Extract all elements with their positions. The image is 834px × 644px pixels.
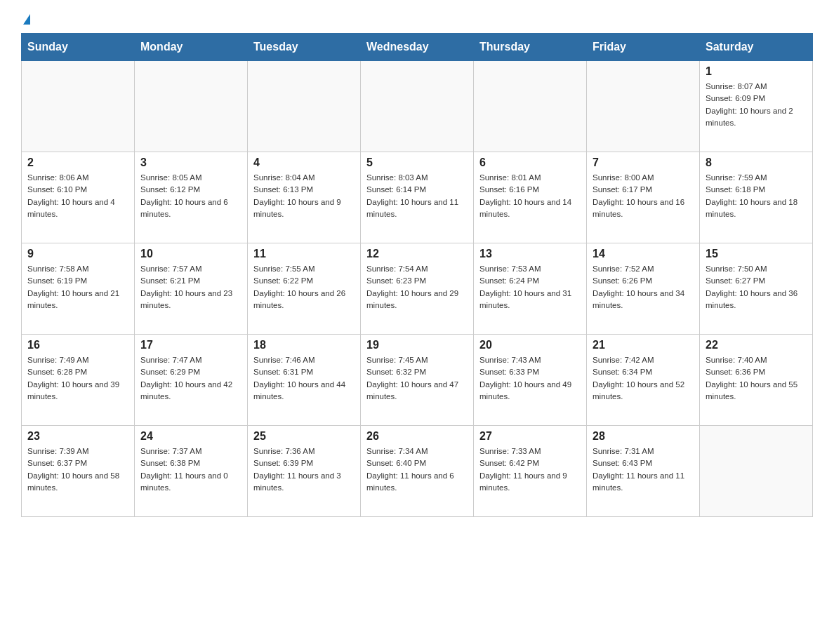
calendar-cell: 28Sunrise: 7:31 AMSunset: 6:43 PMDayligh… [587,426,700,517]
calendar-table: SundayMondayTuesdayWednesdayThursdayFrid… [21,33,813,517]
calendar-cell: 18Sunrise: 7:46 AMSunset: 6:31 PMDayligh… [248,335,361,426]
calendar-cell: 17Sunrise: 7:47 AMSunset: 6:29 PMDayligh… [135,335,248,426]
day-info: Sunrise: 7:34 AMSunset: 6:40 PMDaylight:… [366,445,468,494]
calendar-cell: 6Sunrise: 8:01 AMSunset: 6:16 PMDaylight… [474,152,587,243]
day-number: 8 [706,156,807,169]
calendar-cell: 15Sunrise: 7:50 AMSunset: 6:27 PMDayligh… [700,243,813,335]
page-header [21,14,813,26]
day-number: 26 [366,430,468,443]
day-info: Sunrise: 7:42 AMSunset: 6:34 PMDaylight:… [593,354,694,403]
calendar-week-row-3: 9Sunrise: 7:58 AMSunset: 6:19 PMDaylight… [22,243,813,335]
day-number: 7 [593,156,694,169]
weekday-header-saturday: Saturday [700,34,813,61]
day-number: 11 [253,248,355,260]
day-info: Sunrise: 8:01 AMSunset: 6:16 PMDaylight:… [479,172,581,220]
day-info: Sunrise: 7:46 AMSunset: 6:31 PMDaylight:… [253,354,355,403]
day-info: Sunrise: 8:00 AMSunset: 6:17 PMDaylight:… [593,172,694,220]
day-info: Sunrise: 7:49 AMSunset: 6:28 PMDaylight:… [27,354,128,403]
calendar-cell: 8Sunrise: 7:59 AMSunset: 6:18 PMDaylight… [700,152,813,243]
day-info: Sunrise: 7:45 AMSunset: 6:32 PMDaylight:… [366,354,468,403]
calendar-cell: 11Sunrise: 7:55 AMSunset: 6:22 PMDayligh… [248,243,361,335]
calendar-cell: 9Sunrise: 7:58 AMSunset: 6:19 PMDaylight… [22,243,135,335]
calendar-cell: 25Sunrise: 7:36 AMSunset: 6:39 PMDayligh… [248,426,361,517]
calendar-week-row-1: 1Sunrise: 8:07 AMSunset: 6:09 PMDaylight… [22,61,813,152]
logo [21,14,30,26]
day-number: 4 [253,156,355,169]
calendar-cell [587,61,700,152]
day-number: 14 [593,248,694,260]
day-info: Sunrise: 7:53 AMSunset: 6:24 PMDaylight:… [479,263,581,311]
day-info: Sunrise: 8:07 AMSunset: 6:09 PMDaylight:… [706,81,807,129]
calendar-cell [22,61,135,152]
calendar-week-row-4: 16Sunrise: 7:49 AMSunset: 6:28 PMDayligh… [22,335,813,426]
day-number: 15 [706,248,807,260]
calendar-week-row-5: 23Sunrise: 7:39 AMSunset: 6:37 PMDayligh… [22,426,813,517]
day-number: 16 [27,339,128,351]
calendar-cell [700,426,813,517]
day-info: Sunrise: 7:57 AMSunset: 6:21 PMDaylight:… [140,263,241,311]
day-number: 9 [27,248,128,260]
day-info: Sunrise: 7:47 AMSunset: 6:29 PMDaylight:… [140,354,241,403]
calendar-cell [248,61,361,152]
day-number: 17 [140,339,241,351]
calendar-week-row-2: 2Sunrise: 8:06 AMSunset: 6:10 PMDaylight… [22,152,813,243]
day-number: 28 [593,430,694,443]
calendar-cell: 5Sunrise: 8:03 AMSunset: 6:14 PMDaylight… [361,152,474,243]
calendar-cell: 20Sunrise: 7:43 AMSunset: 6:33 PMDayligh… [474,335,587,426]
day-number: 23 [27,430,128,443]
calendar-cell: 14Sunrise: 7:52 AMSunset: 6:26 PMDayligh… [587,243,700,335]
calendar-cell [361,61,474,152]
weekday-header-sunday: Sunday [22,34,135,61]
day-number: 10 [140,248,241,260]
day-info: Sunrise: 7:37 AMSunset: 6:38 PMDaylight:… [140,445,241,494]
day-info: Sunrise: 8:04 AMSunset: 6:13 PMDaylight:… [253,172,355,220]
calendar-cell: 21Sunrise: 7:42 AMSunset: 6:34 PMDayligh… [587,335,700,426]
day-info: Sunrise: 8:03 AMSunset: 6:14 PMDaylight:… [366,172,468,220]
day-number: 18 [253,339,355,351]
day-number: 24 [140,430,241,443]
day-number: 6 [479,156,581,169]
day-info: Sunrise: 7:31 AMSunset: 6:43 PMDaylight:… [593,445,694,494]
day-info: Sunrise: 8:05 AMSunset: 6:12 PMDaylight:… [140,172,241,220]
day-number: 5 [366,156,468,169]
day-info: Sunrise: 7:55 AMSunset: 6:22 PMDaylight:… [253,263,355,311]
calendar-cell: 7Sunrise: 8:00 AMSunset: 6:17 PMDaylight… [587,152,700,243]
day-info: Sunrise: 7:54 AMSunset: 6:23 PMDaylight:… [366,263,468,311]
weekday-header-monday: Monday [135,34,248,61]
day-number: 3 [140,156,241,169]
calendar-cell: 10Sunrise: 7:57 AMSunset: 6:21 PMDayligh… [135,243,248,335]
calendar-cell: 4Sunrise: 8:04 AMSunset: 6:13 PMDaylight… [248,152,361,243]
weekday-header-thursday: Thursday [474,34,587,61]
day-number: 1 [706,65,807,78]
day-info: Sunrise: 7:40 AMSunset: 6:36 PMDaylight:… [706,354,807,403]
calendar-cell: 26Sunrise: 7:34 AMSunset: 6:40 PMDayligh… [361,426,474,517]
calendar-cell: 1Sunrise: 8:07 AMSunset: 6:09 PMDaylight… [700,61,813,152]
calendar-cell: 19Sunrise: 7:45 AMSunset: 6:32 PMDayligh… [361,335,474,426]
day-info: Sunrise: 7:36 AMSunset: 6:39 PMDaylight:… [253,445,355,494]
day-info: Sunrise: 7:50 AMSunset: 6:27 PMDaylight:… [706,263,807,311]
weekday-header-tuesday: Tuesday [248,34,361,61]
calendar-cell: 23Sunrise: 7:39 AMSunset: 6:37 PMDayligh… [22,426,135,517]
day-number: 13 [479,248,581,260]
day-info: Sunrise: 7:52 AMSunset: 6:26 PMDaylight:… [593,263,694,311]
day-info: Sunrise: 7:43 AMSunset: 6:33 PMDaylight:… [479,354,581,403]
calendar-cell: 22Sunrise: 7:40 AMSunset: 6:36 PMDayligh… [700,335,813,426]
calendar-cell [474,61,587,152]
calendar-cell: 12Sunrise: 7:54 AMSunset: 6:23 PMDayligh… [361,243,474,335]
day-number: 21 [593,339,694,351]
calendar-cell: 3Sunrise: 8:05 AMSunset: 6:12 PMDaylight… [135,152,248,243]
day-number: 19 [366,339,468,351]
day-number: 27 [479,430,581,443]
calendar-cell [135,61,248,152]
calendar-cell: 27Sunrise: 7:33 AMSunset: 6:42 PMDayligh… [474,426,587,517]
weekday-header-row: SundayMondayTuesdayWednesdayThursdayFrid… [22,34,813,61]
weekday-header-wednesday: Wednesday [361,34,474,61]
day-info: Sunrise: 7:39 AMSunset: 6:37 PMDaylight:… [27,445,128,494]
calendar-cell: 2Sunrise: 8:06 AMSunset: 6:10 PMDaylight… [22,152,135,243]
calendar-cell: 24Sunrise: 7:37 AMSunset: 6:38 PMDayligh… [135,426,248,517]
day-info: Sunrise: 7:59 AMSunset: 6:18 PMDaylight:… [706,172,807,220]
day-number: 25 [253,430,355,443]
day-number: 22 [706,339,807,351]
calendar-cell: 13Sunrise: 7:53 AMSunset: 6:24 PMDayligh… [474,243,587,335]
day-info: Sunrise: 7:33 AMSunset: 6:42 PMDaylight:… [479,445,581,494]
